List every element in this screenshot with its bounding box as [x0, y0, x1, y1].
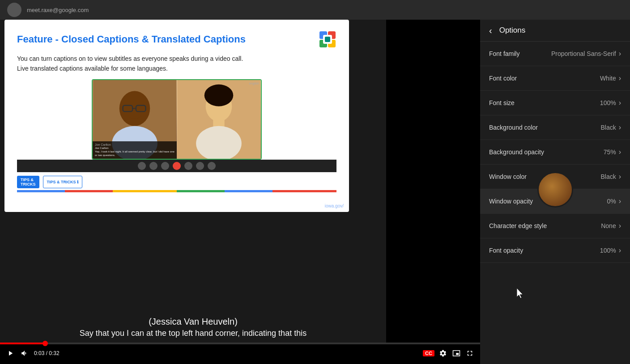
meet-ctrl-6 [196, 162, 204, 170]
tips-badge-1: TIPS &TRICKS [17, 176, 39, 188]
video-call-preview: Joe Carlton Joe Carlton Yep, I took it l… [92, 79, 262, 160]
video-controls-bar[interactable]: 0:03 / 0:32 CC [0, 343, 480, 364]
domain-link: iowa.gov/ [325, 203, 344, 208]
chevron-icon-6: › [619, 173, 621, 181]
meet-ctrl-7 [208, 162, 216, 170]
cc-button[interactable]: CC [423, 350, 434, 356]
subtitle-line2: Say that you I can at the top left hand … [7, 328, 379, 339]
meet-ctrl-2 [149, 162, 158, 170]
top-bar-email: meet.raxe@google.com [27, 7, 89, 13]
content-row: Feature - Closed Captions & Translated C… [0, 20, 630, 364]
font-size-label: Font size [489, 99, 515, 106]
person2-silhouette-icon [177, 80, 261, 159]
chevron-icon-8: › [619, 222, 621, 230]
miniplayer-icon [452, 349, 460, 357]
meet-ctrl-5 [184, 162, 192, 170]
bg-color-value-row: Black › [600, 123, 621, 131]
options-title: Options [499, 26, 526, 35]
window-color-label: Window color [489, 173, 527, 180]
top-bar-avatar [7, 3, 21, 17]
volume-button[interactable] [20, 349, 30, 357]
slide-title-row: Feature - Closed Captions & Translated C… [17, 30, 336, 48]
font-opacity-value: 100% [600, 247, 616, 254]
meet-controls-bar [17, 160, 336, 172]
edge-style-label: Character edge style [489, 222, 547, 229]
chevron-icon-5: › [619, 148, 621, 156]
svg-rect-15 [213, 119, 224, 127]
slide-title-text: Feature - Closed Captions & Translated C… [17, 34, 246, 45]
edge-style-value: None [601, 222, 616, 229]
options-header: ‹ Options [480, 20, 630, 42]
video-player: Feature - Closed Captions & Translated C… [0, 20, 480, 364]
caption-name: Joe Carlton [95, 143, 175, 147]
slide-body-line2: Live translated captions available for s… [17, 65, 168, 72]
window-color-value: Black [600, 173, 616, 180]
google-meet-logo-icon [319, 30, 336, 48]
video-main-area: Feature - Closed Captions & Translated C… [0, 20, 480, 343]
bg-opacity-label: Background opacity [489, 148, 544, 156]
font-family-value: Proportional Sans-Serif [551, 50, 616, 57]
bg-color-value: Black [600, 124, 616, 131]
svg-rect-5 [325, 37, 330, 42]
chevron-icon-3: › [619, 99, 621, 107]
font-size-value-row: 100% › [600, 99, 621, 107]
slide-body: You can turn captions on to view subtitl… [17, 54, 336, 74]
svg-point-14 [204, 85, 234, 106]
fullscreen-icon [466, 349, 474, 357]
option-row-font-size[interactable]: Font size 100% › [480, 91, 630, 115]
font-family-label: Font family [489, 50, 519, 57]
page-wrapper: meet.raxe@google.com Feature - Closed Ca… [0, 0, 630, 364]
tips-badge-2: TIPS & TRICKS ℹ [43, 176, 83, 188]
option-row-edge-style[interactable]: Character edge style None › [480, 214, 630, 238]
options-rows: Font family Proportional Sans-Serif › Fo… [480, 42, 630, 364]
fullscreen-button[interactable] [465, 349, 475, 357]
window-color-value-row: Black › [600, 173, 621, 181]
font-family-value-row: Proportional Sans-Serif › [551, 50, 621, 58]
progress-bar[interactable] [0, 343, 480, 344]
meet-ctrl-1 [138, 162, 146, 170]
settings-icon [439, 349, 447, 357]
back-icon: ‹ [489, 25, 492, 35]
caption-text: Joe Carlton Yep, I took it last night. I… [95, 147, 175, 157]
volume-icon [21, 349, 29, 357]
font-color-value: White [600, 75, 616, 82]
window-opacity-value: 0% [607, 198, 616, 205]
person-video-2: english [177, 80, 261, 159]
chevron-icon-7: › [619, 197, 621, 205]
time-display: 0:03 / 0:32 [34, 350, 60, 356]
font-opacity-value-row: 100% › [600, 246, 621, 254]
back-button[interactable]: ‹ [489, 26, 492, 35]
play-button[interactable] [5, 349, 15, 357]
edge-style-value-row: None › [601, 222, 621, 230]
right-controls: CC [423, 349, 475, 357]
option-row-window-opacity[interactable]: Window opacity 0% › [480, 189, 630, 214]
window-opacity-label: Window opacity [489, 198, 533, 205]
chevron-icon: › [619, 50, 621, 58]
option-row-bg-opacity[interactable]: Background opacity 75% › [480, 140, 630, 165]
chevron-icon-4: › [619, 123, 621, 131]
miniplayer-button[interactable] [451, 349, 461, 357]
window-opacity-value-row: 0% › [607, 197, 621, 205]
option-row-window-color[interactable]: Window color Black › [480, 165, 630, 189]
bg-opacity-value: 75% [604, 148, 616, 156]
bg-opacity-value-row: 75% › [604, 148, 621, 156]
font-color-value-row: White › [600, 74, 621, 82]
option-row-font-color[interactable]: Font color White › [480, 66, 630, 91]
meet-ctrl-end [173, 162, 181, 170]
font-opacity-label: Font opacity [489, 247, 523, 254]
progress-played [0, 343, 45, 344]
slide-body-line1: You can turn captions on to view subtitl… [17, 55, 243, 62]
option-row-font-family[interactable]: Font family Proportional Sans-Serif › [480, 42, 630, 66]
slide-color-bar [17, 190, 336, 192]
subtitle-area: (Jessica Van Heuveln) Say that you I can… [0, 315, 386, 339]
options-panel: ‹ Options Font family Proportional Sans-… [480, 20, 630, 364]
person-video-1: Joe Carlton Joe Carlton Yep, I took it l… [93, 80, 177, 159]
progress-thumb [43, 341, 48, 346]
settings-button[interactable] [438, 349, 448, 357]
option-row-bg-color[interactable]: Background color Black › [480, 115, 630, 140]
bg-color-label: Background color [489, 124, 538, 131]
presentation-slide: Feature - Closed Captions & Translated C… [4, 20, 349, 212]
option-row-font-opacity[interactable]: Font opacity 100% › [480, 238, 630, 263]
right-black-panel [386, 20, 480, 343]
chevron-icon-9: › [619, 246, 621, 254]
